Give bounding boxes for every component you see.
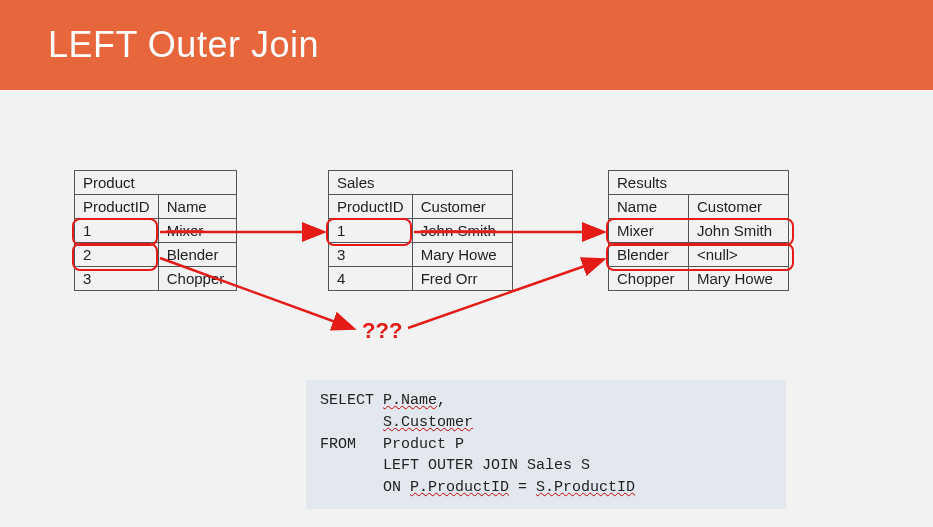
- table-row: 2 Blender: [75, 243, 237, 267]
- sql-keyword: FROM: [320, 436, 356, 453]
- sql-column: P.Name: [383, 392, 437, 409]
- slide: LEFT Outer Join Product ProductID Name 1…: [0, 0, 933, 527]
- product-header-name: Name: [158, 195, 236, 219]
- sales-caption: Sales: [329, 171, 513, 195]
- struck-text: John Smith: [421, 222, 496, 239]
- question-marks-label: ???: [362, 318, 402, 344]
- table-row: 3 Mary Howe: [329, 243, 513, 267]
- results-header-customer: Customer: [689, 195, 789, 219]
- results-table: Results Name Customer Mixer John Smith B…: [608, 170, 789, 291]
- sales-header-id: ProductID: [329, 195, 413, 219]
- sql-column: S.ProductID: [536, 479, 635, 496]
- sql-code-block: SELECT P.Name, S.Customer FROM Product P…: [306, 380, 786, 509]
- table-row: Blender <null>: [609, 243, 789, 267]
- struck-text: Mixer: [167, 222, 204, 239]
- table-row: 3 Chopper: [75, 267, 237, 291]
- product-caption: Product: [75, 171, 237, 195]
- sql-keyword: ON: [383, 479, 401, 496]
- table-row: 4 Fred Orr: [329, 267, 513, 291]
- results-caption: Results: [609, 171, 789, 195]
- results-header-name: Name: [609, 195, 689, 219]
- table-row: Chopper Mary Howe: [609, 267, 789, 291]
- product-header-id: ProductID: [75, 195, 159, 219]
- sql-column: S.Customer: [383, 414, 473, 431]
- slide-title: LEFT Outer Join: [48, 24, 319, 66]
- sql-join: LEFT OUTER JOIN Sales S: [383, 457, 590, 474]
- slide-content: Product ProductID Name 1 Mixer 2 Blender…: [0, 90, 933, 527]
- sql-table: Product P: [383, 436, 464, 453]
- table-row: Mixer John Smith: [609, 219, 789, 243]
- title-bar: LEFT Outer Join: [0, 0, 933, 90]
- sql-column: P.ProductID: [410, 479, 509, 496]
- table-row: 1 Mixer: [75, 219, 237, 243]
- sales-table: Sales ProductID Customer 1 John Smith 3 …: [328, 170, 513, 291]
- sales-header-customer: Customer: [412, 195, 512, 219]
- product-table: Product ProductID Name 1 Mixer 2 Blender…: [74, 170, 237, 291]
- sql-keyword: SELECT: [320, 392, 374, 409]
- table-row: 1 John Smith: [329, 219, 513, 243]
